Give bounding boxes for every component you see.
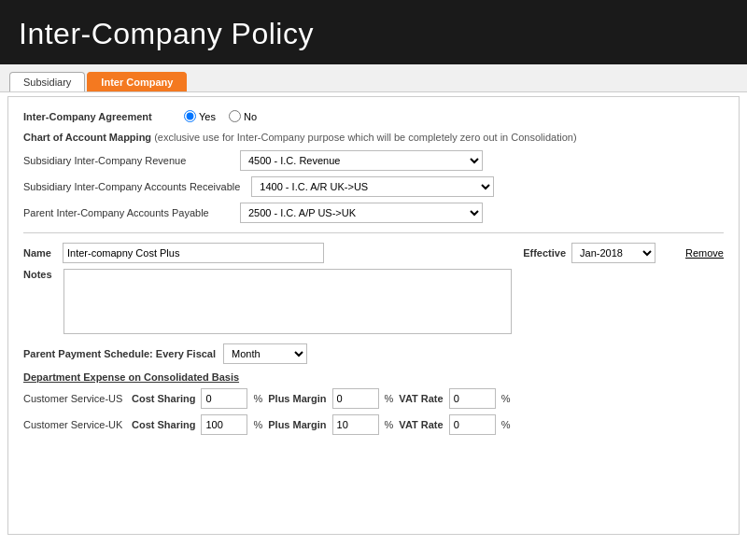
plus-margin-label-0: Plus Margin [268,393,326,404]
name-effective-row: Name Effective Jan-2018 Remove [23,243,724,263]
chart-section-title: Chart of Account Mapping (exclusive use … [23,132,724,143]
effective-label: Effective [523,247,566,259]
vat-rate-input-1[interactable] [449,414,496,435]
vat-rate-label-0: VAT Rate [399,393,443,404]
notes-label: Notes [23,269,52,280]
chart-of-accounts-section: Chart of Account Mapping (exclusive use … [23,132,724,223]
divider-1 [23,232,724,233]
pct-1c: % [501,419,511,430]
agreement-radio-group: Yes No [184,110,257,122]
vat-rate-input-0[interactable] [449,388,496,409]
payment-schedule-label: Parent Payment Schedule: Every Fiscal [23,348,216,359]
plus-margin-input-0[interactable] [332,388,379,409]
cost-sharing-label-0: Cost Sharing [132,393,195,404]
agreement-yes-option[interactable]: Yes [184,110,216,122]
page-header: Inter-Company Policy [0,0,747,64]
dept-name-1: Customer Service-UK [23,419,126,430]
mapping-row-0: Subsidiary Inter-Company Revenue 4500 - … [23,150,724,171]
pct-0a: % [253,393,262,404]
name-input[interactable] [63,243,324,263]
pct-1a: % [253,419,262,430]
main-content: Inter-Company Agreement Yes No Chart of … [7,96,740,535]
payment-schedule-row: Parent Payment Schedule: Every Fiscal Mo… [23,343,724,364]
mapping-row-2: Parent Inter-Company Accounts Payable 25… [23,203,724,223]
mapping-label-2: Parent Inter-Company Accounts Payable [23,207,229,218]
payment-schedule-select[interactable]: Month Quarter Year [223,343,307,364]
tab-inter-company[interactable]: Inter Company [87,72,187,91]
dept-row-0: Customer Service-US Cost Sharing % Plus … [23,388,724,409]
agreement-yes-label: Yes [199,111,216,122]
tab-subsidiary[interactable]: Subsidiary [9,72,85,91]
mapping-select-1[interactable]: 1400 - I.C. A/R UK->US [251,176,494,197]
dept-section-title: Department Expense on Consolidated Basis [23,371,724,383]
chart-section-note: (exclusive use for Inter-Company purpose… [154,132,576,143]
agreement-label: Inter-Company Agreement [23,111,173,122]
vat-rate-label-1: VAT Rate [399,419,443,430]
mapping-label-0: Subsidiary Inter-Company Revenue [23,155,229,166]
dept-row-1: Customer Service-UK Cost Sharing % Plus … [23,414,724,435]
mapping-row-1: Subsidiary Inter-Company Accounts Receiv… [23,176,724,197]
plus-margin-input-1[interactable] [332,414,379,435]
pct-1b: % [385,419,394,430]
plus-margin-label-1: Plus Margin [268,419,326,430]
notes-textarea[interactable] [63,269,512,334]
mapping-select-2[interactable]: 2500 - I.C. A/P US->UK [240,203,483,223]
mapping-label-1: Subsidiary Inter-Company Accounts Receiv… [23,181,240,192]
agreement-no-label: No [244,111,257,122]
agreement-no-option[interactable]: No [229,110,257,122]
pct-0b: % [385,393,394,404]
agreement-no-radio[interactable] [229,110,241,122]
cost-sharing-input-0[interactable] [201,388,247,409]
remove-link[interactable]: Remove [685,247,724,259]
page-title: Inter-Company Policy [19,17,728,51]
agreement-yes-radio[interactable] [184,110,196,122]
pct-0c: % [501,393,511,404]
effective-select[interactable]: Jan-2018 [571,243,655,263]
tabs-bar: Subsidiary Inter Company [0,64,747,92]
cost-sharing-input-1[interactable] [201,414,247,435]
effective-row: Effective Jan-2018 [523,243,655,263]
name-label: Name [23,247,51,259]
mapping-select-0[interactable]: 4500 - I.C. Revenue [240,150,483,171]
notes-row: Notes [23,269,724,334]
agreement-row: Inter-Company Agreement Yes No [23,110,724,122]
cost-sharing-label-1: Cost Sharing [132,419,195,430]
dept-name-0: Customer Service-US [23,393,126,404]
